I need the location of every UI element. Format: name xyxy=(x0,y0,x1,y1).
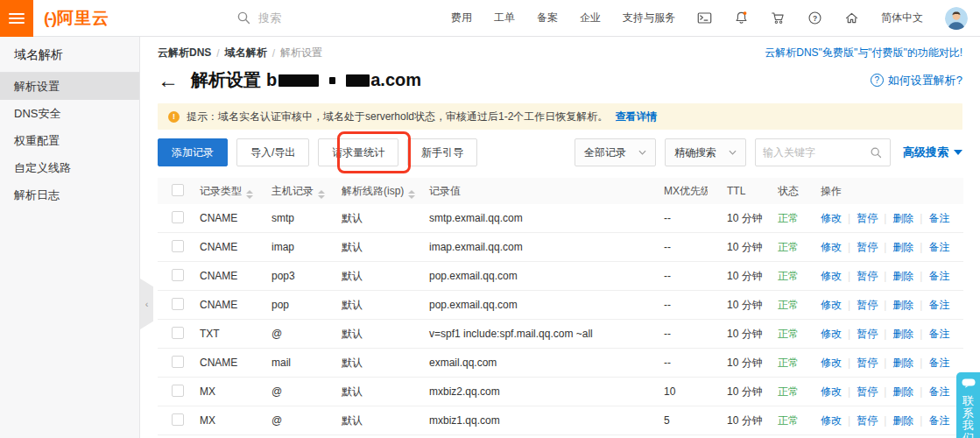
nav-tickets[interactable]: 工单 xyxy=(494,11,515,25)
import-export-button[interactable]: 导入/导出 xyxy=(236,138,309,166)
op-remark[interactable]: 备注 xyxy=(928,327,949,342)
op-pause[interactable]: 暂停 xyxy=(857,327,878,342)
mx-priority-cell: -- xyxy=(639,299,708,311)
row-checkbox[interactable] xyxy=(172,385,184,397)
global-search-input[interactable] xyxy=(258,11,416,25)
plan-compare-link[interactable]: 云解析DNS"免费版"与"付费版"的功能对比! xyxy=(765,46,962,60)
request-stats-button[interactable]: 请求量统计 xyxy=(318,138,398,166)
op-delete[interactable]: 删除 xyxy=(892,413,913,428)
op-delete[interactable]: 删除 xyxy=(892,356,913,371)
redaction-bar xyxy=(346,74,370,87)
row-checkbox[interactable] xyxy=(172,356,184,368)
row-checkbox[interactable] xyxy=(172,240,184,252)
row-checkbox[interactable] xyxy=(172,413,184,426)
op-pause[interactable]: 暂停 xyxy=(857,298,878,313)
op-pause[interactable]: 暂停 xyxy=(857,269,878,284)
col-header-mx: MX优先级 xyxy=(639,184,708,199)
op-delete[interactable]: 删除 xyxy=(892,298,913,313)
contact-us-widget[interactable]: 联系我们 xyxy=(956,372,980,438)
sidebar-item[interactable]: 自定义线路 xyxy=(0,154,139,181)
host-record-cell: pop xyxy=(261,299,331,311)
add-record-button[interactable]: 添加记录 xyxy=(158,138,228,166)
sidebar-collapse-handle[interactable]: ‹ xyxy=(140,279,153,329)
cart-icon[interactable] xyxy=(771,11,786,25)
nav-icp[interactable]: 备案 xyxy=(537,11,558,25)
nav-billing[interactable]: 费用 xyxy=(451,11,472,25)
col-header-line[interactable]: 解析线路(isp) xyxy=(331,184,419,199)
breadcrumb-domain-resolve[interactable]: 域名解析 xyxy=(225,46,267,60)
op-remark[interactable]: 备注 xyxy=(928,298,949,313)
table-row: CNAME imap 默认 imap.exmail.qq.com -- 10 分… xyxy=(158,233,963,262)
op-delete[interactable]: 删除 xyxy=(892,269,913,284)
op-remark[interactable]: 备注 xyxy=(928,413,949,428)
nav-support[interactable]: 支持与服务 xyxy=(623,11,675,25)
op-modify[interactable]: 修改 xyxy=(821,385,842,399)
op-pause[interactable]: 暂停 xyxy=(857,211,878,226)
breadcrumb-dns[interactable]: 云解析DNS xyxy=(158,46,211,60)
op-remark[interactable]: 备注 xyxy=(928,240,949,255)
sidebar-item[interactable]: 解析设置 xyxy=(0,73,139,100)
op-modify[interactable]: 修改 xyxy=(821,240,842,255)
record-type-cell: CNAME xyxy=(189,241,261,253)
logo-text: 阿里云 xyxy=(57,9,109,27)
sidebar-item[interactable]: 解析日志 xyxy=(0,181,139,208)
avatar[interactable] xyxy=(945,7,968,30)
select-all-checkbox[interactable] xyxy=(172,184,184,196)
row-checkbox[interactable] xyxy=(172,327,184,339)
sidebar-item[interactable]: 权重配置 xyxy=(0,127,139,154)
op-remark[interactable]: 备注 xyxy=(928,356,949,371)
op-delete[interactable]: 删除 xyxy=(892,240,913,255)
nav-enterprise[interactable]: 企业 xyxy=(580,11,601,25)
view-details-link[interactable]: 查看详情 xyxy=(615,110,657,124)
op-pause[interactable]: 暂停 xyxy=(857,385,878,399)
search-icon[interactable] xyxy=(870,146,883,159)
topbar: (-)阿里云 费用 工单 备案 企业 支持与服务 ? 简体中文 xyxy=(0,0,980,37)
advanced-search-link[interactable]: 高级搜索 xyxy=(903,145,962,160)
op-modify[interactable]: 修改 xyxy=(821,327,842,342)
sidebar-item[interactable]: DNS安全 xyxy=(0,100,139,127)
col-header-ttl: TTL xyxy=(708,185,764,197)
contact-label-char: 们 xyxy=(962,432,974,438)
sort-icon[interactable] xyxy=(318,190,325,199)
chat-icon xyxy=(962,378,976,388)
op-modify[interactable]: 修改 xyxy=(821,298,842,313)
row-checkbox[interactable] xyxy=(172,211,184,223)
home-icon[interactable] xyxy=(844,11,859,25)
op-remark[interactable]: 备注 xyxy=(928,211,949,226)
sort-icon[interactable] xyxy=(246,190,253,199)
hamburger-menu-button[interactable] xyxy=(0,0,33,37)
record-filter-select[interactable]: 全部记录 xyxy=(575,138,656,166)
beginner-guide-button[interactable]: 新手引导 xyxy=(407,138,477,166)
op-modify[interactable]: 修改 xyxy=(821,413,842,428)
notification-bell-icon[interactable] xyxy=(734,11,749,25)
how-to-setup-link[interactable]: ? 如何设置解析? xyxy=(871,73,962,88)
aliyun-logo[interactable]: (-)阿里云 xyxy=(44,7,109,30)
advanced-search-label: 高级搜索 xyxy=(903,145,948,160)
op-modify[interactable]: 修改 xyxy=(821,356,842,371)
search-mode-select[interactable]: 精确搜索 xyxy=(665,138,746,166)
row-checkbox[interactable] xyxy=(172,298,184,310)
op-modify[interactable]: 修改 xyxy=(821,269,842,284)
help-icon[interactable]: ? xyxy=(807,11,822,25)
col-header-record-type[interactable]: 记录类型 xyxy=(189,184,261,199)
op-delete[interactable]: 删除 xyxy=(892,327,913,342)
language-switcher[interactable]: 简体中文 xyxy=(881,11,923,25)
record-value-cell: pop.exmail.qq.com xyxy=(419,270,639,282)
keyword-input[interactable] xyxy=(763,146,870,159)
terminal-icon[interactable] xyxy=(697,11,712,25)
op-pause[interactable]: 暂停 xyxy=(857,413,878,428)
redaction-bar xyxy=(329,77,335,84)
sort-icon[interactable] xyxy=(408,190,415,199)
op-remark[interactable]: 备注 xyxy=(928,385,949,399)
row-checkbox[interactable] xyxy=(172,269,184,281)
op-delete[interactable]: 删除 xyxy=(892,385,913,399)
col-header-host[interactable]: 主机记录 xyxy=(261,184,331,199)
op-pause[interactable]: 暂停 xyxy=(857,356,878,371)
back-arrow-icon[interactable]: ← xyxy=(158,71,179,90)
op-delete[interactable]: 删除 xyxy=(892,211,913,226)
global-search[interactable] xyxy=(236,11,416,25)
op-separator: | xyxy=(920,414,922,427)
op-pause[interactable]: 暂停 xyxy=(857,240,878,255)
op-modify[interactable]: 修改 xyxy=(821,211,842,226)
op-remark[interactable]: 备注 xyxy=(928,269,949,284)
